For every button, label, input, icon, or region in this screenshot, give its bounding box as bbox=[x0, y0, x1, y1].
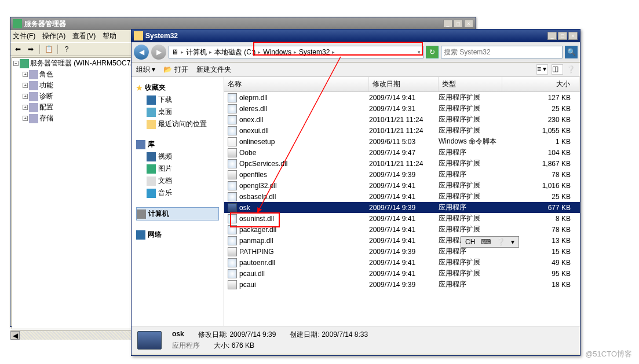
file-row[interactable]: Oobe2009/7/14 9:47应用程序104 KB bbox=[224, 147, 580, 158]
menu-view[interactable]: 查看(V) bbox=[72, 31, 96, 41]
file-size: 15 KB bbox=[502, 248, 580, 256]
fwd-nav-icon[interactable]: ➡ bbox=[25, 44, 36, 54]
nav-forward-button[interactable]: ▶ bbox=[151, 45, 166, 60]
nav-music[interactable]: 音乐 bbox=[136, 187, 219, 199]
file-size: 25 KB bbox=[502, 105, 580, 113]
favorites-group[interactable]: ★收藏夹 bbox=[136, 82, 219, 94]
refresh-button[interactable]: ↻ bbox=[426, 46, 439, 58]
view-mode-button[interactable]: ≡ ▾ bbox=[536, 64, 548, 75]
new-folder-button[interactable]: 新建文件夹 bbox=[196, 65, 231, 75]
file-row[interactable]: opengl32.dll2009/7/14 9:41应用程序扩展1,016 KB bbox=[224, 180, 580, 191]
open-button[interactable]: 📂 打开 bbox=[163, 65, 188, 75]
file-row[interactable]: oleprn.dll2009/7/14 9:41应用程序扩展127 KB bbox=[224, 92, 580, 103]
file-row[interactable]: osk2009/7/14 9:39应用程序677 KB bbox=[224, 202, 580, 213]
breadcrumb-seg[interactable]: 本地磁盘 (C:) bbox=[214, 47, 255, 57]
dll-icon bbox=[228, 181, 237, 190]
close-button[interactable]: × bbox=[568, 32, 578, 40]
expand-icon[interactable]: + bbox=[23, 94, 28, 99]
file-row[interactable]: packager.dll2009/7/14 9:41应用程序扩展78 KB bbox=[224, 224, 580, 235]
maximize-button[interactable]: □ bbox=[558, 32, 567, 40]
chevron-down-icon[interactable]: ▾ bbox=[418, 49, 421, 55]
expand-icon[interactable]: + bbox=[23, 116, 28, 121]
search-button[interactable]: 🔍 bbox=[565, 46, 578, 58]
minimize-button[interactable]: _ bbox=[443, 20, 452, 28]
col-type[interactable]: 类型 bbox=[439, 77, 502, 91]
col-date[interactable]: 修改日期 bbox=[369, 77, 439, 91]
minimize-button[interactable]: _ bbox=[547, 32, 557, 40]
front-titlebar[interactable]: System32 _ □ × bbox=[132, 30, 580, 42]
file-type: 应用程序 bbox=[439, 170, 502, 179]
nav-network[interactable]: 网络 bbox=[136, 229, 219, 241]
close-button[interactable]: × bbox=[464, 20, 473, 28]
help-icon[interactable]: ? bbox=[61, 44, 72, 54]
ime-keyboard-icon[interactable]: ⌨ bbox=[479, 238, 492, 246]
scroll-left-icon[interactable]: ◀ bbox=[10, 331, 20, 340]
nav-downloads[interactable]: 下载 bbox=[136, 94, 219, 106]
search-box[interactable] bbox=[441, 46, 563, 58]
expand-icon[interactable]: + bbox=[23, 83, 28, 88]
file-size: 230 KB bbox=[502, 116, 580, 124]
back-titlebar[interactable]: 服务器管理器 _ □ × bbox=[10, 17, 476, 30]
nav-back-button[interactable]: ◀ bbox=[134, 45, 149, 60]
file-row[interactable]: PATHPING2009/7/14 9:39应用程序15 KB bbox=[224, 246, 580, 257]
nav-pictures[interactable]: 图片 bbox=[136, 163, 219, 175]
col-size[interactable]: 大小 bbox=[502, 77, 580, 91]
nav-recent[interactable]: 最近访问的位置 bbox=[136, 118, 219, 130]
node-icon bbox=[29, 81, 38, 90]
file-row[interactable]: panmap.dll2009/7/14 9:41应用程序扩展13 KB bbox=[224, 235, 580, 246]
menu-action[interactable]: 操作(A) bbox=[42, 31, 65, 41]
file-row[interactable]: pcaui2009/7/14 9:39应用程序18 KB bbox=[224, 279, 580, 290]
help-icon[interactable]: ❔ bbox=[567, 65, 575, 73]
file-row[interactable]: onexui.dll2010/11/21 11:24应用程序扩展1,055 KB bbox=[224, 125, 580, 136]
nav-computer[interactable]: 计算机 bbox=[136, 207, 219, 220]
chevron-right-icon[interactable]: ▸ bbox=[332, 49, 335, 55]
menu-file[interactable]: 文件(F) bbox=[13, 31, 35, 41]
file-row[interactable]: onlinesetup2009/6/11 5:03Windows 命令脚本1 K… bbox=[224, 136, 580, 147]
breadcrumb-seg[interactable]: Windows bbox=[263, 48, 291, 56]
ime-lang[interactable]: CH bbox=[463, 238, 477, 246]
collapse-icon[interactable]: − bbox=[13, 61, 19, 66]
dll-icon bbox=[228, 236, 237, 245]
organize-button[interactable]: 组织 ▾ bbox=[136, 65, 155, 75]
file-name: oleres.dll bbox=[239, 105, 267, 113]
watermark: @51CTO博客 bbox=[585, 349, 632, 359]
show-hide-icon[interactable]: 📋 bbox=[43, 44, 54, 54]
file-list[interactable]: oleprn.dll2009/7/14 9:41应用程序扩展127 KBoler… bbox=[224, 92, 580, 326]
file-row[interactable]: oleres.dll2009/7/14 9:31应用程序扩展25 KB bbox=[224, 103, 580, 114]
file-size: 1,016 KB bbox=[502, 182, 580, 190]
expand-icon[interactable]: + bbox=[23, 105, 28, 110]
file-row[interactable]: OpcServices.dll2010/11/21 11:24应用程序扩展1,8… bbox=[224, 158, 580, 169]
nav-videos[interactable]: 视频 bbox=[136, 150, 219, 163]
file-row[interactable]: pcaui.dll2009/7/14 9:41应用程序扩展95 KB bbox=[224, 268, 580, 279]
ime-help-icon[interactable]: ❔ bbox=[495, 238, 507, 246]
breadcrumb-seg[interactable]: System32 bbox=[299, 48, 330, 56]
col-name[interactable]: 名称 bbox=[224, 77, 369, 91]
library-group[interactable]: 库 bbox=[136, 138, 219, 150]
file-row[interactable]: openfiles2009/7/14 9:39应用程序78 KB bbox=[224, 169, 580, 180]
ime-options-icon[interactable]: ▾ bbox=[509, 238, 516, 246]
chevron-right-icon[interactable]: ▸ bbox=[181, 49, 184, 55]
file-row[interactable]: onex.dll2010/11/21 11:24应用程序扩展230 KB bbox=[224, 114, 580, 125]
chevron-right-icon[interactable]: ▸ bbox=[258, 49, 261, 55]
expand-icon[interactable]: + bbox=[23, 72, 28, 77]
maximize-button[interactable]: □ bbox=[454, 20, 463, 28]
server-manager-icon bbox=[13, 19, 22, 28]
node-icon bbox=[29, 92, 38, 101]
back-nav-icon[interactable]: ⬅ bbox=[13, 44, 23, 54]
tree-label: 诊断 bbox=[39, 91, 53, 101]
breadcrumb-seg[interactable]: 计算机 bbox=[186, 47, 207, 57]
nav-desktop[interactable]: 桌面 bbox=[136, 106, 219, 118]
file-size: 8 KB bbox=[502, 215, 580, 223]
chevron-right-icon[interactable]: ▸ bbox=[209, 49, 212, 55]
file-row[interactable]: osuninst.dll2009/7/14 9:41应用程序扩展8 KB bbox=[224, 213, 580, 224]
menu-help[interactable]: 帮助 bbox=[103, 31, 116, 41]
chevron-right-icon[interactable]: ▸ bbox=[294, 49, 297, 55]
nav-documents[interactable]: 文档 bbox=[136, 175, 219, 187]
address-bar[interactable]: 🖥 ▸ 计算机 ▸ 本地磁盘 (C:) ▸ Windows ▸ System32… bbox=[169, 46, 423, 58]
recent-icon bbox=[147, 120, 156, 129]
search-input[interactable] bbox=[444, 48, 560, 56]
ime-language-bar[interactable]: CH ⌨ ❔ ▾ bbox=[461, 236, 519, 248]
file-row[interactable]: pautoenr.dll2009/7/14 9:41应用程序扩展49 KB bbox=[224, 257, 580, 268]
file-row[interactable]: osbaselp.dll2009/7/14 9:41应用程序扩展25 KB bbox=[224, 191, 580, 202]
preview-pane-button[interactable]: ◫ bbox=[552, 64, 563, 75]
